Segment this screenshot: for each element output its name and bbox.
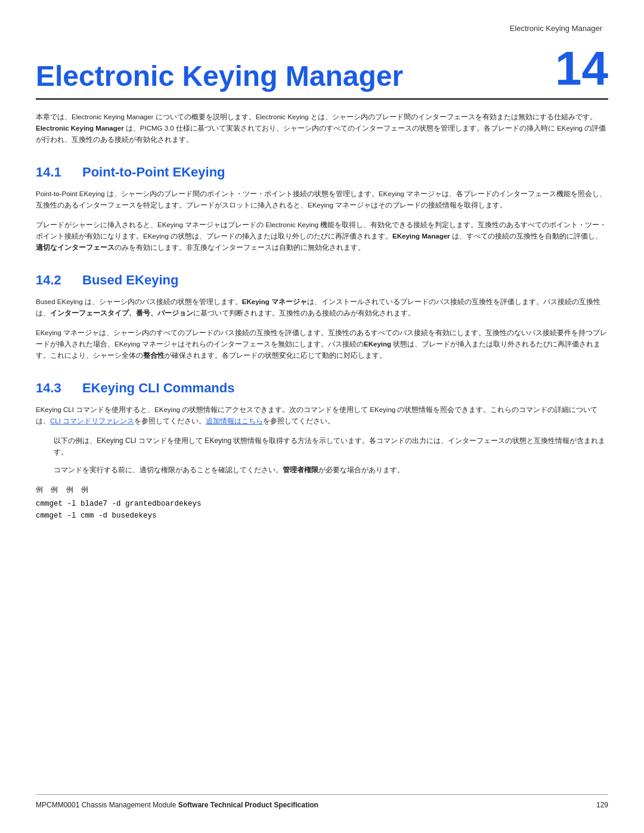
footer-page-number: 129 bbox=[596, 801, 608, 809]
chapter-title: Electronic Keying Manager bbox=[36, 61, 403, 92]
section-14-3-number: 14.3 bbox=[36, 380, 72, 396]
page-container: Electronic Keying Manager Electronic Key… bbox=[0, 0, 644, 833]
intro-paragraph: 本章では、Electronic Keying Manager についての概要を説… bbox=[36, 112, 608, 145]
section-14-3-p1: EKeying CLI コマンドを使用すると、EKeying の状態情報にアクセ… bbox=[36, 404, 608, 427]
section-14-2-heading: 14.2 Bused EKeying bbox=[36, 272, 608, 288]
footer-product-spec: Software Technical Product Specification bbox=[178, 801, 318, 809]
section-14-3-heading: 14.3 EKeying CLI Commands bbox=[36, 380, 608, 396]
section-14-2-p2: EKeying マネージャは、シャーシ内のすべてのブレードのバス接続の互換性を評… bbox=[36, 327, 608, 361]
section-14-2-number: 14.2 bbox=[36, 272, 72, 288]
section-14-3-indented-1: 以下の例は、EKeying CLI コマンドを使用して EKeying 状態情報… bbox=[54, 435, 608, 459]
code-label: 例 例 例 例 bbox=[36, 485, 608, 495]
section-14-1-title: Point-to-Point EKeying bbox=[82, 165, 225, 180]
chapter-number: 14 bbox=[555, 45, 608, 92]
section-14-1-p2: ブレードがシャーシに挿入されると、EKeying マネージャはブレードの Ele… bbox=[36, 219, 608, 253]
header-section: Electronic Keying Manager Electronic Key… bbox=[0, 0, 644, 100]
page-footer: MPCMM0001 Chassis Management Module Soft… bbox=[36, 794, 608, 809]
code-example-2: cmmget -l cmm -d busedekeys bbox=[36, 512, 608, 520]
header-top-label: Electronic Keying Manager bbox=[36, 24, 608, 33]
section-14-1-heading: 14.1 Point-to-Point EKeying bbox=[36, 165, 608, 180]
footer-left: MPCMM0001 Chassis Management Module Soft… bbox=[36, 801, 318, 809]
main-content: 本章では、Electronic Keying Manager についての概要を説… bbox=[0, 100, 644, 559]
chapter-title-row: Electronic Keying Manager 14 bbox=[36, 45, 608, 100]
section-14-3-indented-2: コマンドを実行する前に、適切な権限があることを確認してください。管理者権限が必要… bbox=[54, 465, 608, 476]
code-example-1: cmmget -l blade7 -d grantedboardekeys bbox=[36, 500, 608, 508]
section-14-3-title: EKeying CLI Commands bbox=[82, 380, 234, 396]
section-14-2-title: Bused EKeying bbox=[82, 272, 178, 288]
footer-product-name: MPCMM0001 Chassis Management Module bbox=[36, 801, 176, 809]
section-14-2-p1: Bused EKeying は、シャーシ内のバス接続の状態を管理します。EKey… bbox=[36, 296, 608, 319]
section-14-1-p1: Point-to-Point EKeying は、シャーシ内のブレード間のポイン… bbox=[36, 188, 608, 211]
section-14-1-number: 14.1 bbox=[36, 165, 72, 180]
